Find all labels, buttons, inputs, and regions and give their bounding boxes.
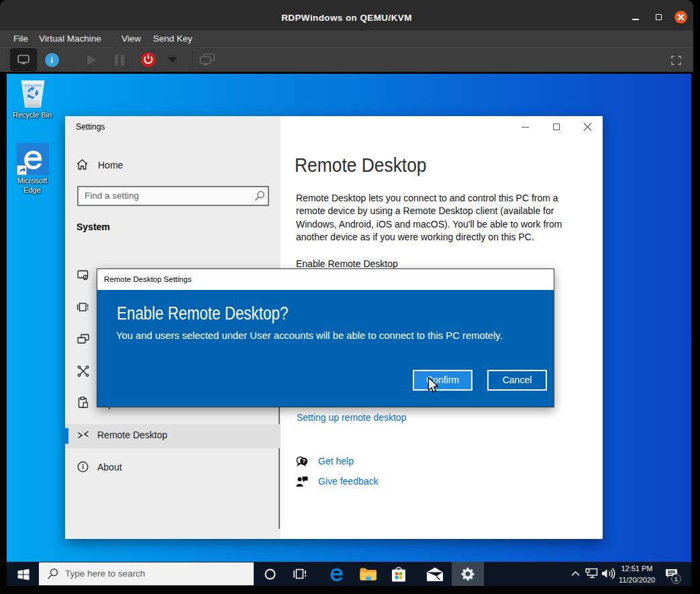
- svg-text:?: ?: [302, 458, 305, 464]
